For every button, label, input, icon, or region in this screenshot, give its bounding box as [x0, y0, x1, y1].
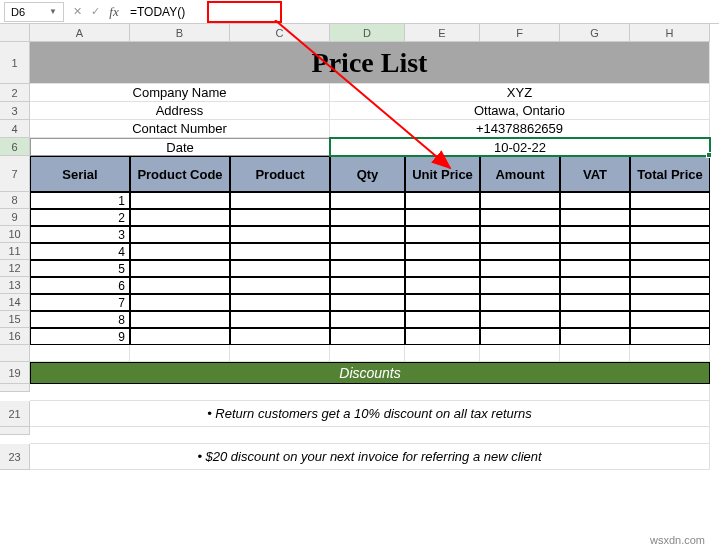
- data-cell[interactable]: [560, 226, 630, 243]
- row-header[interactable]: 21: [0, 401, 30, 427]
- data-cell[interactable]: [130, 277, 230, 294]
- col-header-h[interactable]: H: [630, 24, 710, 42]
- empty-cell[interactable]: [405, 345, 480, 362]
- data-cell[interactable]: [630, 243, 710, 260]
- discount-line-2[interactable]: • $20 discount on your next invoice for …: [30, 444, 710, 470]
- data-cell[interactable]: [560, 192, 630, 209]
- header-product-code[interactable]: Product Code: [130, 156, 230, 192]
- data-cell[interactable]: [480, 294, 560, 311]
- row-header[interactable]: 8: [0, 192, 30, 209]
- data-cell[interactable]: [405, 328, 480, 345]
- data-cell[interactable]: [630, 311, 710, 328]
- row-header[interactable]: 15: [0, 311, 30, 328]
- data-cell[interactable]: [330, 226, 405, 243]
- row-header[interactable]: 16: [0, 328, 30, 345]
- data-cell[interactable]: [405, 260, 480, 277]
- data-cell[interactable]: [230, 294, 330, 311]
- date-value[interactable]: 10-02-22: [330, 138, 710, 156]
- address-label[interactable]: Address: [30, 102, 330, 120]
- col-header-a[interactable]: A: [30, 24, 130, 42]
- serial-cell[interactable]: 3: [30, 226, 130, 243]
- row-header[interactable]: 12: [0, 260, 30, 277]
- col-header-d[interactable]: D: [330, 24, 405, 42]
- address-value[interactable]: Ottawa, Ontario: [330, 102, 710, 120]
- data-cell[interactable]: [230, 192, 330, 209]
- empty-cell[interactable]: [230, 345, 330, 362]
- data-cell[interactable]: [405, 209, 480, 226]
- data-cell[interactable]: [480, 277, 560, 294]
- serial-cell[interactable]: 8: [30, 311, 130, 328]
- fill-handle[interactable]: [706, 152, 712, 158]
- data-cell[interactable]: [230, 226, 330, 243]
- data-cell[interactable]: [560, 311, 630, 328]
- header-qty[interactable]: Qty: [330, 156, 405, 192]
- data-cell[interactable]: [630, 277, 710, 294]
- discounts-header[interactable]: Discounts: [30, 362, 710, 384]
- row-header[interactable]: 14: [0, 294, 30, 311]
- serial-cell[interactable]: 6: [30, 277, 130, 294]
- confirm-icon[interactable]: ✓: [86, 5, 104, 18]
- row-header[interactable]: 19: [0, 362, 30, 384]
- data-cell[interactable]: [130, 311, 230, 328]
- data-cell[interactable]: [330, 311, 405, 328]
- serial-cell[interactable]: 4: [30, 243, 130, 260]
- col-header-b[interactable]: B: [130, 24, 230, 42]
- data-cell[interactable]: [560, 243, 630, 260]
- data-cell[interactable]: [560, 260, 630, 277]
- data-cell[interactable]: [630, 260, 710, 277]
- col-header-f[interactable]: F: [480, 24, 560, 42]
- cancel-icon[interactable]: ✕: [68, 5, 86, 18]
- row-header[interactable]: [0, 427, 30, 435]
- data-cell[interactable]: [630, 192, 710, 209]
- col-header-c[interactable]: C: [230, 24, 330, 42]
- empty-cell[interactable]: [30, 384, 710, 401]
- header-product[interactable]: Product: [230, 156, 330, 192]
- contact-value[interactable]: +14378862659: [330, 120, 710, 138]
- formula-input[interactable]: =TODAY(): [124, 3, 719, 21]
- header-serial[interactable]: Serial: [30, 156, 130, 192]
- data-cell[interactable]: [560, 294, 630, 311]
- data-cell[interactable]: [130, 260, 230, 277]
- fx-icon[interactable]: fx: [104, 4, 124, 20]
- row-header-1[interactable]: 1: [0, 42, 30, 84]
- data-cell[interactable]: [480, 226, 560, 243]
- data-cell[interactable]: [230, 260, 330, 277]
- serial-cell[interactable]: 2: [30, 209, 130, 226]
- data-cell[interactable]: [230, 243, 330, 260]
- data-cell[interactable]: [560, 328, 630, 345]
- data-cell[interactable]: [330, 294, 405, 311]
- data-cell[interactable]: [130, 192, 230, 209]
- data-cell[interactable]: [480, 209, 560, 226]
- date-label[interactable]: Date: [30, 138, 330, 156]
- data-cell[interactable]: [405, 226, 480, 243]
- data-cell[interactable]: [230, 328, 330, 345]
- data-cell[interactable]: [230, 311, 330, 328]
- data-cell[interactable]: [560, 277, 630, 294]
- data-cell[interactable]: [130, 226, 230, 243]
- data-cell[interactable]: [405, 277, 480, 294]
- page-title[interactable]: Price List: [30, 42, 710, 84]
- serial-cell[interactable]: 5: [30, 260, 130, 277]
- serial-cell[interactable]: 7: [30, 294, 130, 311]
- contact-label[interactable]: Contact Number: [30, 120, 330, 138]
- data-cell[interactable]: [630, 328, 710, 345]
- header-total-price[interactable]: Total Price: [630, 156, 710, 192]
- data-cell[interactable]: [480, 328, 560, 345]
- data-cell[interactable]: [630, 209, 710, 226]
- col-header-e[interactable]: E: [405, 24, 480, 42]
- serial-cell[interactable]: 1: [30, 192, 130, 209]
- name-box[interactable]: D6 ▼: [4, 2, 64, 22]
- data-cell[interactable]: [330, 328, 405, 345]
- data-cell[interactable]: [405, 192, 480, 209]
- row-header[interactable]: 23: [0, 444, 30, 470]
- header-vat[interactable]: VAT: [560, 156, 630, 192]
- row-header[interactable]: [0, 384, 30, 392]
- data-cell[interactable]: [230, 277, 330, 294]
- data-cell[interactable]: [330, 209, 405, 226]
- row-header[interactable]: 10: [0, 226, 30, 243]
- data-cell[interactable]: [560, 209, 630, 226]
- row-header-3[interactable]: 3: [0, 102, 30, 120]
- row-header-5[interactable]: 6: [0, 138, 30, 156]
- data-cell[interactable]: [330, 277, 405, 294]
- data-cell[interactable]: [480, 260, 560, 277]
